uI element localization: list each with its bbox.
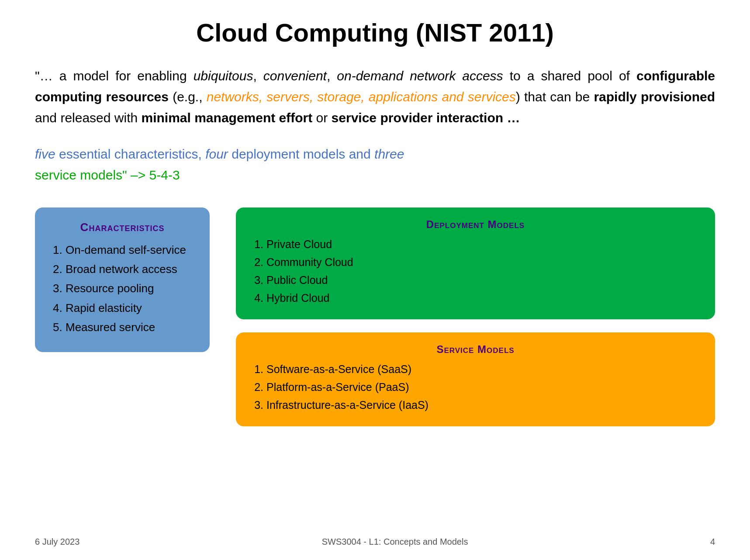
four-word: four: [205, 147, 228, 161]
quote-block: "… a model for enabling ubiquitous, conv…: [35, 66, 715, 128]
deployment-models-list: Private Cloud Community Cloud Public Clo…: [253, 237, 698, 306]
service-models-line: service models" –> 5-4-3: [35, 168, 180, 182]
list-item: Broad network access: [66, 261, 192, 277]
footer-date: 6 July 2023: [35, 537, 79, 547]
footer-course: SWS3004 - L1: Concepts and Models: [79, 537, 710, 547]
five-line-block: five essential characteristics, four dep…: [35, 144, 715, 186]
list-item: Public Cloud: [266, 273, 698, 288]
deployment-models-title: Deployment Models: [253, 218, 698, 231]
service-models-list: Software-as-a-Service (SaaS) Platform-as…: [253, 362, 698, 413]
right-boxes: Deployment Models Private Cloud Communit…: [236, 207, 715, 426]
service-models-box: Service Models Software-as-a-Service (Sa…: [236, 332, 715, 426]
quote-intro: "… a model for enabling ubiquitous, conv…: [35, 69, 715, 125]
list-item: Community Cloud: [266, 255, 698, 270]
footer-page: 4: [710, 537, 715, 547]
footer: 6 July 2023 SWS3004 - L1: Concepts and M…: [35, 537, 715, 547]
list-item: Resource pooling: [66, 280, 192, 296]
list-item: Infrastructure-as-a-Service (IaaS): [266, 398, 698, 413]
characteristics-list: On-demand self-service Broad network acc…: [52, 242, 192, 335]
list-item: Rapid elasticity: [66, 300, 192, 316]
list-item: Private Cloud: [266, 237, 698, 252]
list-item: Platform-as-a-Service (PaaS): [266, 380, 698, 395]
three-word: three: [374, 147, 404, 161]
characteristics-box: Characteristics On-demand self-service B…: [35, 207, 210, 352]
service-models-title: Service Models: [253, 343, 698, 356]
boxes-row: Characteristics On-demand self-service B…: [35, 207, 715, 426]
list-item: On-demand self-service: [66, 242, 192, 258]
deployment-models-text: deployment models and: [228, 147, 374, 161]
deployment-models-box: Deployment Models Private Cloud Communit…: [236, 207, 715, 319]
characteristics-title: Characteristics: [52, 221, 192, 234]
slide: Cloud Computing (NIST 2011) "… a model f…: [0, 0, 750, 560]
list-item: Software-as-a-Service (SaaS): [266, 362, 698, 377]
list-item: Measured service: [66, 319, 192, 335]
slide-title: Cloud Computing (NIST 2011): [35, 17, 715, 48]
essential-chars-text: essential characteristics,: [55, 147, 205, 161]
list-item: Hybrid Cloud: [266, 290, 698, 306]
five-word: five: [35, 147, 55, 161]
